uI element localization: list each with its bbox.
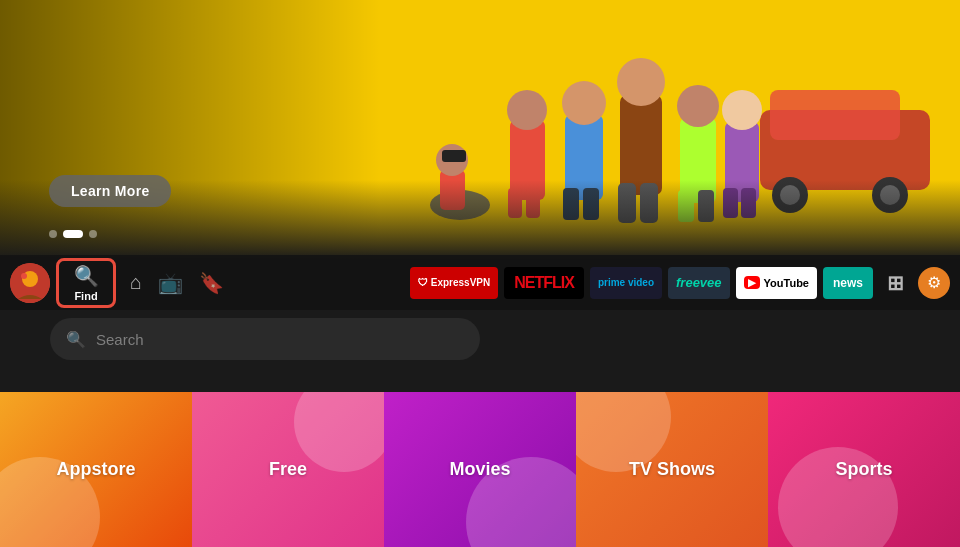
nav-apps: 🛡 ExpressVPN NETFLIX prime video freevee… [410,267,950,299]
sports-label: Sports [835,459,892,480]
carousel-dot-1[interactable] [49,230,57,238]
avatar[interactable] [10,263,50,303]
primevideo-label: prime video [598,277,654,289]
tvshows-tile[interactable]: TV Shows [576,392,768,547]
movies-tile[interactable]: Movies [384,392,576,547]
freevee-app[interactable]: freevee [668,267,730,299]
svg-point-32 [21,273,27,279]
youtube-label: YouTube [764,277,809,289]
freevee-label: freevee [676,275,722,290]
expressvpn-icon: 🛡 [418,277,428,288]
settings-button[interactable]: ⚙ [918,267,950,299]
svg-point-15 [562,81,606,125]
carousel-dot-2[interactable] [63,230,83,238]
bookmark-icon[interactable]: 🔖 [199,271,224,295]
search-bar[interactable]: 🔍 Search [50,318,480,360]
sports-tile[interactable]: Sports [768,392,960,547]
find-label: Find [74,290,97,302]
svg-point-23 [677,85,719,127]
free-label: Free [269,459,307,480]
nav-left-section: 🔍 Find ⌂ 📺 🔖 [0,258,224,308]
tv-icon[interactable]: 📺 [158,271,183,295]
home-icon[interactable]: ⌂ [130,271,142,294]
appstore-label: Appstore [56,459,135,480]
search-container: 🔍 Search [50,318,480,360]
news-app[interactable]: news [823,267,873,299]
youtube-app[interactable]: ▶ YouTube [736,267,817,299]
expressvpn-app[interactable]: 🛡 ExpressVPN [410,267,498,299]
navigation-bar: 🔍 Find ⌂ 📺 🔖 🛡 ExpressVPN NETFLIX prime … [0,255,960,310]
free-tile[interactable]: Free [192,392,384,547]
youtube-icon: ▶ [744,276,760,289]
carousel-indicators [49,230,97,238]
search-icon: 🔍 [74,264,99,288]
hero-section: Learn More [0,0,960,260]
svg-point-11 [507,90,547,130]
nav-icons: ⌂ 📺 🔖 [130,271,224,295]
netflix-app[interactable]: NETFLIX [504,267,584,299]
news-label: news [833,276,863,290]
carousel-dot-3[interactable] [89,230,97,238]
category-tiles: Appstore Free Movies TV Shows Sports [0,392,960,547]
gear-icon: ⚙ [927,273,941,292]
svg-point-19 [617,58,665,106]
all-apps-button[interactable]: ⊞ [879,267,912,299]
svg-point-27 [722,90,762,130]
learn-more-button[interactable]: Learn More [49,175,171,207]
find-button[interactable]: 🔍 Find [56,258,116,308]
svg-rect-9 [442,150,466,162]
netflix-label: NETFLIX [514,274,574,292]
svg-rect-1 [770,90,900,140]
grid-icon: ⊞ [887,271,904,295]
search-placeholder-text: Search [96,331,144,348]
expressvpn-label: ExpressVPN [431,277,490,288]
tvshows-label: TV Shows [629,459,715,480]
search-magnifier-icon: 🔍 [66,330,86,349]
primevideo-app[interactable]: prime video [590,267,662,299]
free-decoration [294,392,384,472]
appstore-tile[interactable]: Appstore [0,392,192,547]
movies-label: Movies [449,459,510,480]
